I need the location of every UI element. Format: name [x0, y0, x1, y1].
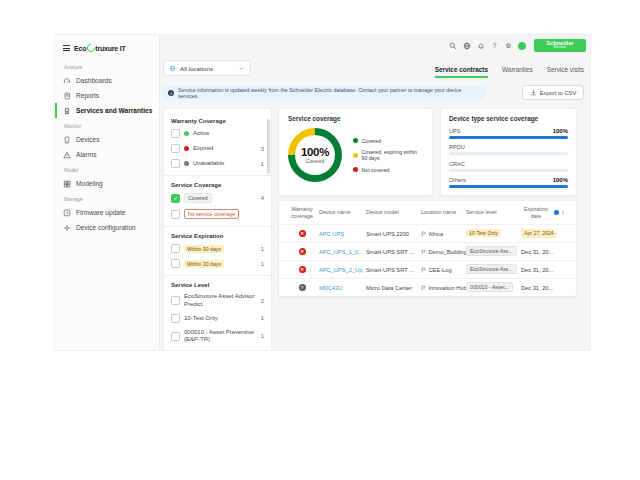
device-model-cell: Smart-UPS 2200 [366, 231, 421, 237]
sidebar-item-label: Reports [76, 92, 99, 99]
checkbox[interactable] [171, 144, 180, 153]
location-selector[interactable]: All locations [163, 60, 251, 76]
donut-center-label: 100% Covered [288, 128, 342, 182]
column-header-service-level[interactable]: Service level [466, 209, 521, 215]
user-avatar[interactable] [518, 42, 526, 50]
table-row[interactable]: ? MDC43U Micro Data Center Innovation Hu… [279, 278, 576, 296]
column-header-device-model[interactable]: Device model [366, 209, 421, 215]
checkbox-checked[interactable]: ✓ [171, 194, 180, 203]
filter-option-label: 000010 - Asset Preventive (E&P-TR) [184, 329, 257, 343]
column-header-warranty-coverage[interactable]: Warranty coverage [285, 206, 319, 219]
filter-option-unavailable[interactable]: Unavailable 1 [171, 159, 264, 168]
checkbox[interactable] [171, 314, 180, 323]
within-30-days-badge: Within 30 days [184, 260, 224, 268]
checkbox[interactable] [171, 244, 180, 253]
tab-service-contracts[interactable]: Service contracts [435, 66, 488, 78]
filter-panel: Warranty Coverage Active Expired 3 Unava… [163, 108, 272, 350]
table-row[interactable]: ✕ APC_UPS_2_Up Smart-UPS SRT ... CEE-Log… [279, 260, 576, 278]
donut-value: 100% [301, 146, 329, 158]
sidebar-item-modeling[interactable]: Modeling [55, 176, 159, 191]
bar-fill [449, 136, 568, 139]
location-globe-icon [169, 65, 176, 72]
legend-label: Covered [362, 138, 382, 144]
info-icon: i [168, 90, 174, 96]
filter-option-10-test-only[interactable]: 10-Test Only 1 [171, 314, 264, 323]
hamburger-menu-icon[interactable] [63, 45, 70, 51]
location-cell: Demo_Building [421, 249, 466, 255]
filter-option-within-90-days[interactable]: Within 90 days 1 [171, 244, 264, 253]
device-model-cell: Smart-UPS SRT ... [366, 267, 421, 273]
filter-option-active[interactable]: Active [171, 129, 264, 138]
legend-item-expiring: Covered, expiring within 90 days [353, 149, 423, 161]
filter-option-count: 1 [261, 333, 264, 339]
export-to-csv-button[interactable]: Export to CSV [522, 85, 584, 100]
sidebar-item-label: Device configuration [76, 224, 136, 231]
download-icon [530, 89, 537, 96]
tab-service-visits[interactable]: Service visits [547, 66, 584, 78]
schneider-logo-line2: Electric [554, 46, 566, 50]
checkbox[interactable] [171, 259, 180, 268]
device-name-link[interactable]: APC_UPS_2_Up [319, 267, 366, 273]
sidebar: Ecotruxure IT Analyze Dashboards Reports… [55, 35, 160, 350]
column-header-location-name[interactable]: Location name [421, 209, 466, 215]
gauge-icon [63, 77, 71, 85]
warranty-expired-icon: ✕ [299, 266, 306, 273]
filter-option-count: 1 [261, 315, 264, 321]
sidebar-item-alarms[interactable]: Alarms [55, 147, 159, 162]
location-icon [421, 267, 426, 273]
sort-ascending-icon[interactable]: ↑ [562, 209, 565, 216]
table-row[interactable]: ✕ APC UPS Smart-UPS 2200 Africa 10-Test … [279, 224, 576, 242]
expiration-date-badge: Apr 27, 2024 [521, 229, 557, 237]
info-banner: i Service information is updated weekly … [163, 86, 485, 100]
settings-gear-icon[interactable]: ⚙ [504, 41, 513, 50]
sidebar-item-device-configuration[interactable]: Device configuration [55, 220, 159, 235]
device-name-link[interactable]: APC UPS [319, 231, 366, 237]
filter-option-asset-advisor-predict[interactable]: EcoStruxure Asset Advisor Predict 2 [171, 293, 264, 307]
legend-item-covered: Covered [353, 138, 423, 144]
ecostruxure-logo: Ecotruxure IT [74, 44, 126, 52]
divider [164, 275, 271, 276]
checkbox[interactable] [171, 332, 180, 341]
filter-option-asset-preventive[interactable]: 000010 - Asset Preventive (E&P-TR) 1 [171, 329, 264, 343]
filter-option-expired[interactable]: Expired 3 [171, 144, 264, 153]
checkbox[interactable] [171, 129, 180, 138]
column-header-device-name[interactable]: Device name [319, 209, 366, 215]
filter-option-covered[interactable]: ✓ Covered 4 [171, 193, 264, 203]
sidebar-item-devices[interactable]: Devices [55, 132, 159, 147]
notifications-bell-icon[interactable] [476, 41, 485, 50]
checkbox[interactable] [171, 210, 180, 219]
checkbox[interactable] [171, 296, 180, 305]
filter-panel-scrollbar[interactable] [267, 119, 270, 174]
filter-title-service-expiration: Service Expiration [171, 233, 264, 239]
sidebar-item-services-and-warranties[interactable]: Services and Warranties [55, 103, 159, 118]
filter-option-label: Expired [193, 145, 213, 152]
service-level-badge: 000010 - Asset... [466, 282, 513, 292]
filter-option-count: 3 [261, 146, 264, 152]
sidebar-item-label: Alarms [76, 151, 97, 158]
service-coverage-donut-chart: 100% Covered [288, 128, 342, 182]
legend-label: Covered, expiring within 90 days [362, 149, 424, 161]
warranty-ribbon-icon [63, 107, 71, 115]
sidebar-section-analyze: Analyze [55, 59, 159, 73]
checkbox[interactable] [171, 159, 180, 168]
logo-text-truxure-it: truxure IT [95, 45, 125, 52]
divider [164, 175, 271, 176]
device-name-link[interactable]: MDC43U [319, 285, 366, 291]
donut-sublabel: Covered [306, 159, 324, 164]
filter-option-within-30-days[interactable]: Within 30 days 1 [171, 259, 264, 268]
globe-icon[interactable] [462, 41, 471, 50]
sidebar-item-firmware-update[interactable]: Firmware update [55, 205, 159, 220]
table-row[interactable]: ✕ APC_UPS_1_0... Smart-UPS SRT ... Demo_… [279, 242, 576, 260]
bar-fill [449, 185, 568, 188]
search-icon[interactable] [448, 41, 457, 50]
filter-option-no-service-coverage[interactable]: No service coverage [171, 209, 264, 219]
column-header-expiration-date[interactable]: Expiration date ↑ [521, 206, 570, 219]
tab-warranties[interactable]: Warranties [502, 66, 533, 78]
sidebar-item-reports[interactable]: Reports [55, 88, 159, 103]
device-name-link[interactable]: APC_UPS_1_0... [319, 249, 366, 255]
sidebar-item-dashboards[interactable]: Dashboards [55, 73, 159, 88]
help-icon[interactable]: ? [490, 41, 499, 50]
donut-legend: Covered Covered, expiring within 90 days… [353, 138, 423, 173]
location-cell: Innovation Hub [421, 285, 466, 291]
filter-active-icon[interactable] [554, 210, 560, 216]
